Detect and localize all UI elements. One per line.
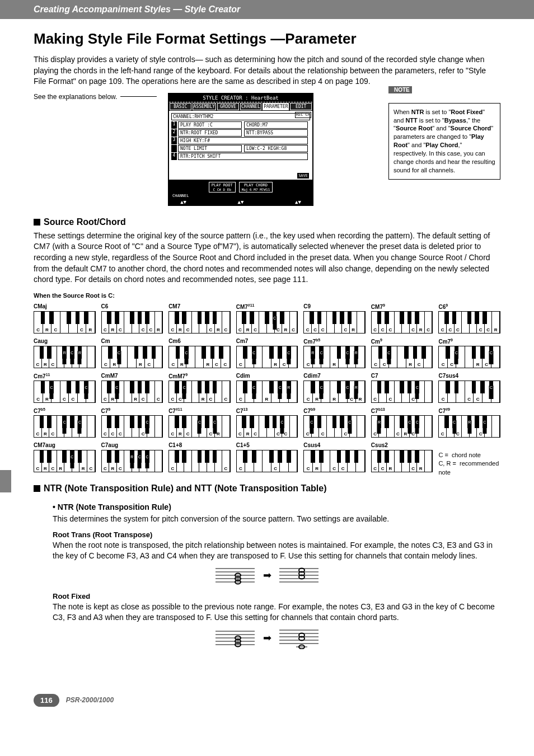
keyboard-diagram: CRCCC (236, 346, 298, 368)
channel-label: CHANNEL:RHYTHM2 (171, 113, 310, 120)
source-root-chord-heading: Source Root/Chord (34, 217, 500, 227)
keyboard-diagram: CC (236, 450, 298, 472)
save-icon: SAVE (297, 173, 309, 179)
callout-left: See the explanations below. (34, 93, 157, 101)
keyboard-diagram: CCCC (371, 381, 433, 403)
note-box: When NTR is set to "Root Fixed" and NTT … (388, 103, 500, 180)
keyboard-diagram: CCRCR (371, 450, 433, 472)
keyboard-diagram: CRRCRCCR (303, 381, 366, 403)
chord-cell: C7b9CCCCC (303, 407, 366, 438)
chord-cell: C7augCRCRCC (101, 442, 163, 477)
section-header: Creating Accompaniment Styles — Style Cr… (0, 0, 534, 19)
keyboard-diagram: CCRCCC (168, 381, 231, 403)
chord-cell: C79CCCCC (101, 407, 163, 438)
keyboard-diagram: CRCRCR (34, 346, 96, 368)
keyboard-diagram: CCCCR (303, 311, 366, 334)
chord-cell: Cm79CCRCCC (438, 338, 500, 368)
keyboard-diagram: CRCCRCC (168, 415, 231, 438)
chord-cell: CM7#11CRCCRCC (236, 303, 298, 334)
source-root-chord-body: These settings determine the original ke… (34, 231, 500, 285)
intro-text: This display provides a variety of style… (34, 54, 500, 87)
page-title: Making Style File Format Settings —Param… (34, 30, 500, 48)
chord-cell: CmM79CCRCCC (168, 373, 231, 403)
model-name: PSR-2000/1000 (66, 696, 114, 704)
keyboard-diagram: CRCCCC (236, 415, 298, 438)
chord-cell: Cm7b5CRRCCR (303, 338, 366, 368)
chord-cell: C7CCCC (371, 373, 433, 403)
keyboard-diagram: CCCCCR (438, 311, 500, 334)
keyboard-diagram: CRRCCR (303, 346, 366, 368)
root-trans-label: Root Trans (Root Transpose) (53, 530, 500, 539)
keyboard-diagram: CRRCCC (101, 381, 163, 403)
keyboard-diagram: CRCCRCC (236, 311, 298, 334)
chord-cell: C7sus4CCCC (438, 373, 500, 403)
keyboard-diagram: CC (168, 450, 231, 472)
lcd-screen: STYLE CREATOR : HeartBeat BASICASSEMBLYG… (168, 93, 313, 206)
bar-indicator: BAR: 1 (295, 164, 309, 168)
page-number: 116 (34, 694, 59, 707)
keyboard-diagram: CRCCR (236, 381, 298, 403)
chord-cell: CmCRRCC (101, 338, 163, 368)
ntr-ntt-heading: NTR (Note Transposition Rule) and NTT (N… (34, 483, 500, 494)
chord-cell: C7#9CCCCRC (438, 407, 500, 438)
chord-grid: CMajCRCCRC6CRCCCRCM7CRCCRCCM7#11CRCCRCCC… (34, 303, 500, 477)
root-trans-body: When the root note is transposed, the pi… (53, 540, 500, 562)
keyboard-diagram: CRCCCC (34, 381, 96, 403)
root-fixed-staff: ➡ (34, 627, 500, 649)
keyboard-diagram: CRCC (303, 450, 366, 472)
screen-tab: BASIC (170, 103, 191, 110)
keyboard-diagram: CCRCCC (438, 346, 500, 368)
screen-tab: CHANNEL (240, 103, 262, 110)
play-chord-box: PLAY CHORD Maj 6 M7 M7#11 (239, 182, 273, 192)
chord-cell: C6CRCCCR (101, 303, 163, 334)
rec-ch-label: REC CH (295, 112, 311, 118)
chord-cell: Cdim7CRRCRCCR (303, 373, 366, 403)
chord-cell: CmM7CRRCCC (101, 373, 163, 403)
chord-cell: CM7augCRCRRCC (34, 442, 96, 477)
chord-cell: C = chord noteC, R = recommended note (438, 442, 500, 477)
keyboard-diagram: CRCCR (34, 311, 96, 334)
keyboard-diagram: CRRCC (101, 346, 163, 368)
chord-cell: C1+5CC (236, 442, 298, 477)
chord-cell: Csus2CCRCR (371, 442, 433, 477)
play-root-box: PLAY ROOT C C# D Eb (209, 182, 236, 192)
keyboard-diagram: CCCCC (303, 415, 366, 438)
chord-cell: C69CCCCCR (438, 303, 500, 334)
ntr-body: This determines the system for pitch con… (53, 514, 500, 525)
ntr-label: • NTR (Note Transposition Rule) (53, 503, 500, 511)
page-footer: 116 PSR-2000/1000 (34, 694, 500, 707)
chord-cell: C9CCCCR (303, 303, 366, 334)
channel-footer: CHANNEL (169, 192, 312, 199)
chord-cell: CM79CCCCRC (371, 303, 433, 334)
chord-legend: C = chord noteC, R = recommended note (438, 451, 500, 477)
screen-tab: EDIT (290, 103, 312, 110)
keyboard-diagram: CRCCRC (168, 311, 231, 334)
chord-cell: CdimCRCCR (236, 373, 298, 403)
keyboard-diagram: CRCRRCC (34, 450, 96, 472)
chord-cell: CM7CRCCRC (168, 303, 231, 334)
screen-tabs: BASICASSEMBLYGROOVECHANNELPARAMETEREDIT (169, 102, 312, 111)
screen-title: STYLE CREATOR : HeartBeat (169, 94, 312, 102)
chord-cell: CMajCRCCR (34, 303, 96, 334)
keyboard-diagram: CCCCRC (371, 311, 433, 334)
chord-cell: Cm6CRRCCC (168, 338, 231, 368)
keyboard-diagram: CCCC (438, 381, 500, 403)
keyboard-diagram: CCCCC (101, 415, 163, 438)
chord-cell: C7#11CRCCRCC (168, 407, 231, 438)
screen-tab: PARAMETER (263, 103, 289, 110)
keyboard-diagram: CRCCC (34, 415, 96, 438)
root-trans-staff: ➡ (34, 565, 500, 585)
root-fixed-label: Root Fixed (53, 592, 500, 600)
screen-tab: GROOVE (217, 103, 239, 110)
chord-cell: C1+8CC (168, 442, 231, 477)
keyboard-diagram: CRCRCC (101, 450, 163, 472)
chord-cell: Cm7CRCCC (236, 338, 298, 368)
chord-cell: C7b5CRCCC (34, 407, 96, 438)
note-label: NOTE (388, 86, 412, 93)
keyboard-diagram: CCRCC (371, 346, 433, 368)
root-fixed-body: The note is kept as close as possible to… (53, 602, 500, 623)
when-source-root-label: When the Source Root is C: (34, 292, 500, 299)
chord-cell: Cm9CCRCC (371, 338, 433, 368)
keyboard-diagram: CCCCRC (438, 415, 500, 438)
chord-cell: C7b13CCRCRCC (371, 407, 433, 438)
